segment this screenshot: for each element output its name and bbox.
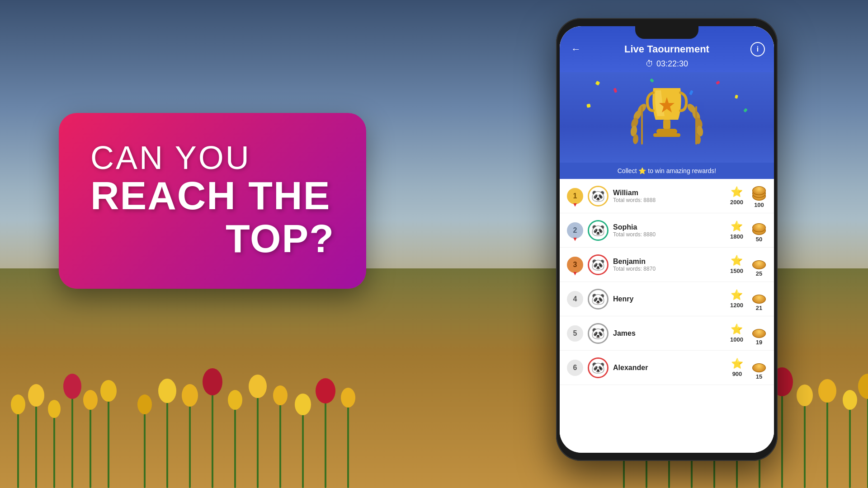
app-title: Live Taournement bbox=[583, 43, 750, 55]
coin-value-5: 19 bbox=[756, 339, 762, 346]
svg-rect-14 bbox=[166, 393, 168, 488]
coin-3-1 bbox=[752, 260, 766, 269]
player-info-4: Henry bbox=[613, 295, 726, 303]
panda-icon-4: 🐼 bbox=[591, 293, 605, 305]
svg-point-53 bbox=[843, 390, 857, 410]
coin-5-1 bbox=[752, 329, 766, 338]
coin-area-5: 19 bbox=[751, 321, 767, 346]
score-area-6: ⭐ 900 bbox=[731, 358, 743, 377]
svg-rect-69 bbox=[663, 120, 670, 129]
svg-point-5 bbox=[48, 400, 61, 418]
avatar-4: 🐼 bbox=[588, 289, 609, 310]
svg-rect-61 bbox=[641, 106, 643, 145]
coin-area-6: 15 bbox=[751, 355, 767, 380]
score-area-5: ⭐ 1000 bbox=[730, 324, 743, 343]
avatar-3: 🐼 bbox=[588, 254, 609, 275]
coin-area-1: 100 bbox=[751, 183, 767, 208]
svg-point-25 bbox=[273, 385, 288, 405]
lb-row-2: 2 🐼 Sophia Total words: 8880 ⭐ 1800 bbox=[560, 213, 774, 248]
promo-line2: REACH THE bbox=[90, 176, 335, 216]
svg-point-13 bbox=[137, 394, 152, 414]
coin-6-1 bbox=[752, 363, 766, 372]
rank-badge-6: 6 bbox=[567, 360, 583, 376]
promo-panel: CAN YOU REACH THE TOP? bbox=[59, 113, 366, 289]
confetti-7 bbox=[586, 103, 590, 108]
svg-rect-67 bbox=[695, 106, 697, 145]
score-value-3: 1500 bbox=[730, 267, 743, 274]
confetti-1 bbox=[595, 81, 600, 86]
svg-rect-46 bbox=[781, 384, 783, 488]
svg-point-49 bbox=[797, 385, 813, 406]
score-value-5: 1000 bbox=[730, 336, 743, 343]
coin-value-4: 21 bbox=[756, 305, 762, 311]
back-button[interactable]: ← bbox=[569, 42, 583, 56]
promo-line3: TOP? bbox=[90, 216, 335, 262]
rank-badge-5: 5 bbox=[567, 325, 583, 342]
coin-stack-visual-4 bbox=[751, 286, 767, 304]
panda-icon-2: 🐼 bbox=[591, 224, 605, 237]
header-nav: ← Live Taournement i bbox=[569, 42, 765, 56]
player-name-2: Sophia bbox=[613, 223, 726, 231]
avatar-2: 🐼 bbox=[588, 220, 609, 241]
svg-point-11 bbox=[100, 380, 117, 402]
svg-rect-30 bbox=[347, 400, 349, 488]
score-area-4: ⭐ 1200 bbox=[730, 289, 743, 309]
svg-rect-48 bbox=[804, 398, 806, 488]
svg-point-55 bbox=[858, 374, 868, 399]
lb-row-1: 1 🐼 William Total words: 8888 ⭐ 2000 bbox=[560, 179, 774, 213]
trophy-area bbox=[560, 72, 774, 163]
svg-point-17 bbox=[182, 384, 198, 407]
svg-rect-6 bbox=[71, 389, 73, 488]
svg-rect-50 bbox=[826, 393, 828, 488]
svg-point-3 bbox=[28, 384, 44, 407]
star-icon-2: ⭐ bbox=[731, 221, 743, 232]
player-info-5: James bbox=[613, 329, 726, 338]
confetti-8 bbox=[743, 108, 748, 113]
svg-rect-12 bbox=[144, 407, 146, 488]
player-name-4: Henry bbox=[613, 295, 726, 303]
coin-2-2 bbox=[752, 223, 766, 232]
svg-point-27 bbox=[295, 394, 311, 415]
svg-rect-18 bbox=[212, 384, 213, 488]
svg-rect-16 bbox=[189, 398, 191, 488]
trophy-svg bbox=[626, 81, 708, 154]
score-value-2: 1800 bbox=[730, 233, 743, 240]
confetti-5 bbox=[716, 80, 720, 85]
player-info-3: Benjamin Total words: 8870 bbox=[613, 258, 726, 272]
coin-area-4: 21 bbox=[751, 286, 767, 311]
rank-badge-2: 2 bbox=[567, 222, 583, 239]
score-area-3: ⭐ 1500 bbox=[730, 255, 743, 274]
player-name-1: William bbox=[613, 189, 726, 197]
panda-icon-6: 🐼 bbox=[591, 361, 605, 374]
rank-badge-4: 4 bbox=[567, 291, 583, 307]
coin-stack-visual-2 bbox=[751, 218, 767, 235]
avatar-5: 🐼 bbox=[588, 323, 609, 344]
svg-rect-20 bbox=[234, 402, 236, 488]
svg-rect-22 bbox=[257, 389, 259, 488]
player-info-6: Alexander bbox=[613, 364, 726, 372]
player-info-1: William Total words: 8888 bbox=[613, 189, 726, 203]
svg-point-23 bbox=[249, 375, 267, 398]
phone-frame: ← Live Taournement i ⏱ 03:22:30 bbox=[556, 18, 778, 461]
player-sub-3: Total words: 8870 bbox=[613, 266, 726, 272]
svg-point-29 bbox=[316, 378, 335, 404]
confetti-4 bbox=[735, 94, 738, 99]
coin-4-1 bbox=[752, 295, 766, 304]
collect-text: Collect ⭐ to win amazing rewards! bbox=[618, 167, 717, 174]
star-icon-5: ⭐ bbox=[731, 324, 743, 335]
phone-device: ← Live Taournement i ⏱ 03:22:30 bbox=[556, 18, 778, 461]
coin-area-3: 25 bbox=[751, 252, 767, 277]
svg-point-31 bbox=[341, 388, 355, 408]
player-sub-1: Total words: 8888 bbox=[613, 197, 726, 203]
svg-rect-26 bbox=[302, 407, 304, 488]
svg-point-21 bbox=[228, 390, 242, 410]
info-button[interactable]: i bbox=[750, 42, 765, 56]
svg-rect-2 bbox=[35, 398, 37, 488]
timer-icon: ⏱ bbox=[646, 59, 654, 69]
coin-stack-visual-5 bbox=[751, 321, 767, 338]
timer-row: ⏱ 03:22:30 bbox=[569, 59, 765, 69]
svg-point-9 bbox=[83, 390, 98, 410]
promo-box: CAN YOU REACH THE TOP? bbox=[59, 113, 366, 289]
player-name-6: Alexander bbox=[613, 364, 726, 372]
avatar-6: 🐼 bbox=[588, 357, 609, 378]
